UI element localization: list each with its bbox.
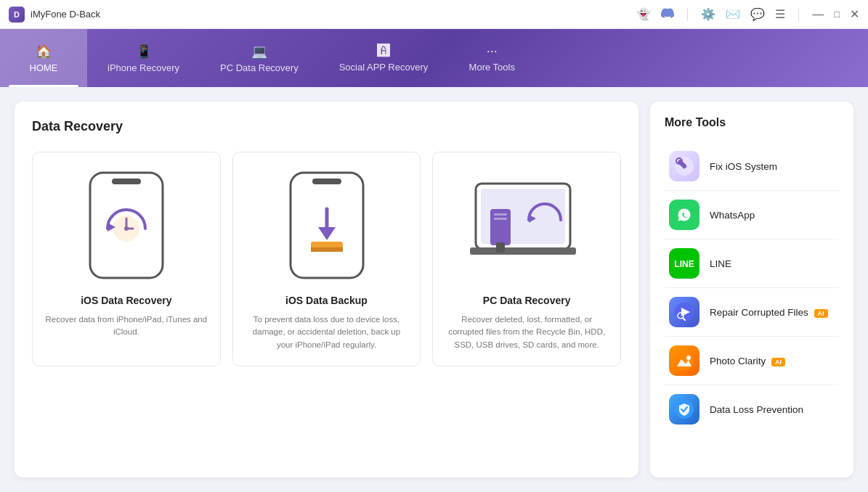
line-icon: LINE (669, 248, 699, 279)
nav-home-label: HOME (30, 62, 58, 73)
svg-rect-15 (470, 247, 576, 255)
tool-item-fix-ios[interactable]: Fix iOS System (665, 142, 839, 191)
more-tools-panel: More Tools Fix iOS System (650, 102, 853, 477)
ai-badge-repair: AI (814, 309, 828, 318)
ios-data-recovery-card[interactable]: iOS Data Recovery Recover data from iPho… (32, 152, 221, 366)
photo-clarity-label: Photo Clarity AI (710, 356, 835, 366)
svg-point-33 (686, 356, 691, 360)
svg-rect-18 (494, 213, 507, 216)
recovery-cards-row: iOS Data Recovery Recover data from iPho… (32, 152, 621, 366)
svg-point-6 (113, 216, 139, 242)
iphone-recovery-icon: 📱 (136, 44, 152, 60)
title-bar: D iMyFone D-Back 👻 ⚙️ ✉️ 💬 ☰ — □ ✕ (0, 0, 868, 29)
svg-rect-19 (494, 218, 507, 220)
ios-backup-image (269, 167, 385, 283)
tool-item-repair-corrupted[interactable]: Repair Corrupted Files AI (665, 288, 839, 337)
line-label: LINE (710, 258, 835, 269)
pc-recovery-icon: 💻 (251, 44, 267, 60)
minimize-button[interactable]: — (812, 8, 824, 21)
fix-ios-icon (669, 151, 699, 181)
app-name: iMyFone D-Back (31, 9, 636, 20)
pc-recovery-desc: Recover deleted, lost, formatted, or cor… (445, 313, 609, 351)
data-recovery-title: Data Recovery (32, 119, 621, 134)
nav-item-social-app-recovery[interactable]: 🅰 Social APP Recovery (319, 29, 449, 87)
nav-item-more-tools[interactable]: ··· More Tools (448, 29, 535, 87)
mail-icon[interactable]: ✉️ (726, 7, 740, 21)
svg-rect-8 (312, 179, 341, 184)
title-bar-icons: 👻 ⚙️ ✉️ 💬 ☰ — □ ✕ (636, 7, 859, 22)
app-logo: D (9, 7, 25, 22)
main-content: Data Recovery (0, 87, 868, 492)
discord-icon[interactable] (661, 7, 674, 22)
data-loss-label: Data Loss Prevention (710, 404, 835, 415)
divider2 (798, 8, 799, 21)
ios-recovery-desc: Recover data from iPhone/iPad, iTunes an… (44, 313, 208, 339)
more-tools-title: More Tools (665, 116, 839, 129)
pc-recovery-image (469, 167, 585, 283)
maximize-button[interactable]: □ (834, 9, 840, 20)
svg-rect-1 (112, 179, 141, 184)
repair-corrupted-icon (669, 297, 699, 327)
nav-bar: 🏠 HOME 📱 iPhone Recovery 💻 PC Data Recov… (0, 29, 868, 87)
divider (687, 8, 688, 21)
svg-point-24 (675, 205, 694, 224)
ai-badge-photo: AI (771, 358, 785, 366)
tool-item-whatsapp[interactable]: WhatsApp (665, 191, 839, 239)
ios-backup-desc: To prevent data loss due to device loss,… (245, 313, 409, 351)
ios-backup-title: iOS Data Backup (245, 295, 409, 306)
tool-item-line[interactable]: LINE LINE (665, 239, 839, 288)
nav-item-pc-data-recovery[interactable]: 💻 PC Data Recovery (200, 29, 319, 87)
whatsapp-label: WhatsApp (710, 210, 835, 221)
nav-item-home[interactable]: 🏠 HOME (0, 29, 87, 87)
ghost-icon[interactable]: 👻 (636, 7, 651, 21)
close-button[interactable]: ✕ (850, 7, 859, 21)
data-recovery-panel: Data Recovery (15, 102, 638, 477)
ios-recovery-image (68, 167, 184, 283)
home-icon: 🏠 (36, 44, 52, 60)
more-tools-icon: ··· (487, 44, 498, 59)
photo-clarity-icon (669, 345, 699, 376)
pc-recovery-title: PC Data Recovery (445, 295, 609, 306)
svg-rect-12 (311, 247, 343, 252)
whatsapp-icon (669, 200, 699, 230)
ios-data-backup-card[interactable]: iOS Data Backup To prevent data loss due… (232, 152, 421, 366)
svg-rect-17 (496, 242, 505, 253)
nav-more-label: More Tools (469, 62, 515, 73)
pc-data-recovery-card[interactable]: PC Data Recovery Recover deleted, lost, … (432, 152, 621, 366)
nav-item-iphone-recovery[interactable]: 📱 iPhone Recovery (87, 29, 200, 87)
chat-icon[interactable]: 💬 (750, 7, 765, 21)
svg-text:LINE: LINE (674, 259, 694, 269)
nav-social-label: Social APP Recovery (339, 62, 429, 73)
fix-ios-label: Fix iOS System (710, 161, 835, 172)
menu-icon[interactable]: ☰ (775, 7, 785, 21)
data-loss-icon (669, 394, 699, 425)
repair-corrupted-label: Repair Corrupted Files AI (710, 307, 835, 318)
social-app-icon: 🅰 (377, 44, 390, 59)
nav-pc-label: PC Data Recovery (220, 62, 299, 73)
ios-recovery-title: iOS Data Recovery (44, 295, 208, 306)
nav-iphone-label: iPhone Recovery (108, 62, 179, 73)
svg-point-31 (675, 351, 694, 370)
settings-icon[interactable]: ⚙️ (701, 7, 715, 21)
tool-item-photo-clarity[interactable]: Photo Clarity AI (665, 337, 839, 385)
tool-item-data-loss[interactable]: Data Loss Prevention (665, 385, 839, 433)
